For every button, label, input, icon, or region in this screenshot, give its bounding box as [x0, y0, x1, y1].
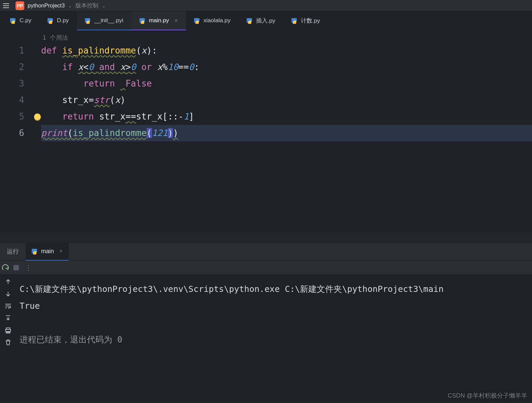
python-file-icon: [291, 17, 298, 24]
glyph-margin: [34, 30, 41, 232]
panel-divider[interactable]: [0, 232, 532, 242]
code-line[interactable]: str_x=str(x): [41, 92, 532, 108]
tab-label: 计数.py: [301, 17, 320, 25]
scroll-to-end-icon[interactable]: [4, 314, 12, 322]
top-bar: PP pythonProject3 ⌄ 版本控制 ⌄: [0, 0, 532, 11]
console-line: True: [20, 298, 529, 314]
run-side-tools: [0, 275, 16, 403]
watermark: CSDN @羊村积极分子懒羊羊: [448, 392, 527, 400]
tab-main-py[interactable]: main.py×: [131, 11, 186, 30]
line-number: 2: [0, 59, 34, 75]
run-panel-title: 运行: [0, 247, 26, 256]
tab-label: 插入.py: [256, 17, 275, 25]
code-line[interactable]: if x<0 and x>0 or x%10==0:: [41, 59, 532, 75]
print-icon[interactable]: [4, 327, 12, 334]
code-line[interactable]: def is_palindromme(x):: [41, 42, 532, 59]
code-line[interactable]: return str_x==str_x[::-1]: [41, 108, 532, 125]
line-number: 3: [0, 75, 34, 92]
tab-c-py[interactable]: C.py: [2, 11, 39, 30]
project-name[interactable]: pythonProject3: [28, 2, 65, 9]
arrow-up-icon[interactable]: [4, 278, 12, 286]
tab-d-py[interactable]: D.py: [39, 11, 77, 30]
tab-label: D.py: [57, 17, 69, 24]
project-badge[interactable]: PP: [15, 1, 24, 10]
line-number: 1: [0, 42, 34, 59]
tab-xiaolala-py[interactable]: xiaolala.py: [186, 11, 239, 30]
lightbulb-icon[interactable]: [34, 113, 41, 120]
tab-init-pyi[interactable]: __init__.pyi: [77, 11, 131, 30]
chevron-down-icon: ⌄: [102, 3, 106, 8]
more-icon[interactable]: ⋮: [24, 264, 31, 272]
line-number: 6: [0, 125, 34, 141]
python-file-icon: [85, 17, 91, 24]
tab-label: xiaolala.py: [204, 17, 230, 24]
editor-tabbar: C.py D.py __init__.pyi main.py× xiaolala…: [0, 11, 532, 30]
close-icon[interactable]: ×: [174, 17, 178, 24]
tab-label: C.py: [20, 17, 31, 24]
tab-charu-py[interactable]: 插入.py: [239, 11, 283, 30]
python-file-icon: [247, 17, 253, 24]
line-number: 4: [0, 92, 34, 108]
python-file-icon: [10, 17, 16, 24]
python-file-icon: [139, 17, 146, 24]
code-line[interactable]: return False: [41, 75, 532, 92]
line-number: 5: [0, 108, 34, 125]
rerun-icon[interactable]: [2, 264, 9, 271]
line-number-gutter: 1 2 3 4 5 6: [0, 30, 34, 232]
tab-label: __init__.pyi: [94, 17, 123, 24]
python-file-icon: [48, 17, 54, 24]
trash-icon[interactable]: [4, 339, 12, 346]
console-exit-line: 进程已结束，退出代码为 0: [20, 331, 529, 348]
tab-label: main.py: [149, 17, 169, 24]
run-bar: 运行 main ×: [0, 242, 532, 261]
tab-jishu-py[interactable]: 计数.py: [283, 11, 328, 30]
stop-icon[interactable]: [13, 265, 19, 270]
main-menu-icon[interactable]: [1, 1, 11, 10]
soft-wrap-icon[interactable]: [4, 302, 12, 310]
code-line-current[interactable]: print(is_palindromme(121)): [41, 125, 532, 141]
chevron-down-icon: ⌄: [68, 3, 72, 8]
run-toolbar: ⋮: [0, 261, 532, 275]
code-area[interactable]: 1 个用法 def is_palindromme(x): if x<0 and …: [41, 30, 532, 232]
run-output-panel: C:\新建文件夹\pythonProject3\.venv\Scripts\py…: [0, 275, 532, 403]
python-file-icon: [194, 17, 200, 24]
close-icon[interactable]: ×: [59, 248, 63, 255]
console-output[interactable]: C:\新建文件夹\pythonProject3\.venv\Scripts\py…: [16, 275, 532, 403]
python-file-icon: [32, 248, 38, 255]
arrow-down-icon[interactable]: [4, 290, 12, 298]
run-tab-label: main: [41, 248, 54, 255]
console-line: C:\新建文件夹\pythonProject3\.venv\Scripts\py…: [20, 281, 529, 298]
code-editor[interactable]: 1 2 3 4 5 6 1 个用法 def is_palindromme(x):…: [0, 30, 532, 232]
vcs-menu[interactable]: 版本控制: [75, 2, 98, 9]
run-tab-main[interactable]: main ×: [26, 242, 69, 261]
usages-hint[interactable]: 1 个用法: [41, 34, 532, 42]
